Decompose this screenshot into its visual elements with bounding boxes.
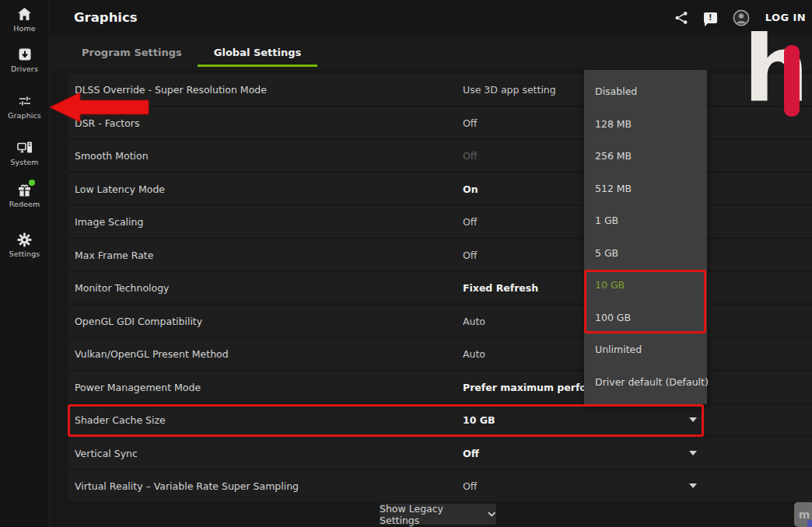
dropdown-option-100gb[interactable]: 100 GB: [584, 302, 707, 334]
system-icon: [17, 140, 33, 155]
setting-value: Off: [463, 250, 477, 261]
setting-label: Virtual Reality – Variable Rate Super Sa…: [75, 480, 299, 492]
show-legacy-settings-button[interactable]: Show Legacy Settings: [380, 504, 496, 525]
sidebar-item-label: Settings: [9, 250, 40, 258]
setting-value: On: [463, 183, 478, 195]
sidebar-item-label: Home: [13, 24, 35, 33]
setting-value: 10 GB: [463, 414, 495, 426]
dropdown-option-1gb[interactable]: 1 GB: [584, 204, 707, 237]
setting-label: DLSS Override - Super Resolution Mode: [75, 84, 267, 96]
setting-value: Off: [463, 448, 479, 459]
row-vr-variable-rate-super-sampling[interactable]: Virtual Reality – Variable Rate Super Sa…: [68, 470, 812, 501]
corner-artifact: [807, 520, 812, 527]
show-legacy-settings-label: Show Legacy Settings: [380, 503, 481, 526]
sidebar-item-drivers[interactable]: Drivers: [0, 47, 49, 84]
setting-value: Off: [463, 480, 477, 492]
chevron-down-icon[interactable]: [689, 451, 697, 455]
sidebar-item-label: Graphics: [8, 111, 41, 120]
avatar[interactable]: [733, 9, 750, 26]
sidebar: Home Drivers Graphics System Redeem: [0, 0, 50, 527]
chevron-down-icon[interactable]: [689, 483, 697, 488]
top-bar: Graphics ! LOG IN: [49, 0, 812, 35]
chevron-down-icon: [488, 511, 496, 517]
topbar-actions: ! LOG IN: [674, 0, 806, 35]
share-icon[interactable]: [674, 11, 688, 25]
sidebar-item-graphics[interactable]: Graphics: [0, 93, 49, 131]
setting-label: OpenGL GDI Compatibility: [75, 316, 202, 327]
gift-icon: [17, 182, 33, 197]
chevron-down-icon[interactable]: [689, 417, 697, 422]
setting-label: Max Frame Rate: [75, 250, 153, 261]
dropdown-option-5gb[interactable]: 5 GB: [584, 237, 707, 270]
sidebar-item-home[interactable]: Home: [0, 6, 49, 44]
login-button[interactable]: LOG IN: [765, 12, 806, 23]
dropdown-option-256mb[interactable]: 256 MB: [584, 140, 707, 173]
setting-value: Auto: [463, 316, 485, 327]
watermark-corner-text: m: [799, 508, 810, 521]
setting-value: Auto: [463, 348, 485, 360]
setting-label: Smooth Motion: [75, 150, 149, 162]
dropdown-option-disabled[interactable]: Disabled: [584, 75, 707, 108]
sidebar-item-label: Drivers: [11, 65, 38, 73]
setting-label: Vulkan/OpenGL Present Method: [75, 348, 229, 360]
dropdown-option-driver-default[interactable]: Driver default (Default): [584, 366, 707, 399]
setting-label: Power Management Mode: [75, 382, 201, 393]
row-vertical-sync[interactable]: Vertical SyncOff: [68, 438, 812, 469]
setting-label: Image Scaling: [75, 216, 143, 228]
shader-cache-size-dropdown: Disabled 128 MB 256 MB 512 MB 1 GB 5 GB …: [584, 70, 707, 404]
setting-value: Use 3D app setting: [463, 84, 556, 96]
tab-program-settings[interactable]: Program Settings: [82, 35, 182, 70]
row-shader-cache-size[interactable]: Shader Cache Size10 GB: [68, 404, 812, 435]
dropdown-option-128mb[interactable]: 128 MB: [584, 108, 707, 141]
drivers-icon: [17, 47, 33, 62]
setting-label: Monitor Technology: [75, 282, 170, 294]
setting-value: Fixed Refresh: [463, 282, 538, 294]
sidebar-item-settings[interactable]: Settings: [0, 232, 49, 269]
sidebar-item-label: System: [10, 158, 38, 166]
setting-label: Vertical Sync: [75, 448, 138, 459]
tab-global-settings[interactable]: Global Settings: [214, 35, 301, 70]
gear-icon: [17, 232, 33, 247]
sidebar-item-label: Redeem: [9, 200, 40, 208]
setting-label: Shader Cache Size: [75, 414, 166, 426]
dropdown-option-10gb[interactable]: 10 GB: [584, 269, 707, 302]
feedback-glyph: !: [709, 13, 712, 22]
notification-dot: [29, 180, 35, 186]
setting-label: Low Latency Mode: [75, 183, 165, 195]
sidebar-item-redeem[interactable]: Redeem: [0, 182, 49, 219]
nvidia-app-window: Home Drivers Graphics System Redeem: [0, 0, 812, 527]
dropdown-option-512mb[interactable]: 512 MB: [584, 173, 707, 205]
graphics-sliders-icon: [17, 93, 33, 109]
sidebar-item-system[interactable]: System: [0, 140, 49, 177]
feedback-icon[interactable]: !: [704, 12, 717, 23]
setting-value: Off: [463, 216, 477, 228]
tab-bar: Program Settings Global Settings: [49, 35, 812, 70]
setting-label: DSR - Factors: [75, 117, 139, 129]
dropdown-option-unlimited[interactable]: Unlimited: [584, 333, 707, 366]
setting-value: Off: [463, 150, 477, 162]
setting-value: Off: [463, 117, 477, 129]
page-title: Graphics: [74, 10, 138, 25]
home-icon: [17, 6, 33, 22]
